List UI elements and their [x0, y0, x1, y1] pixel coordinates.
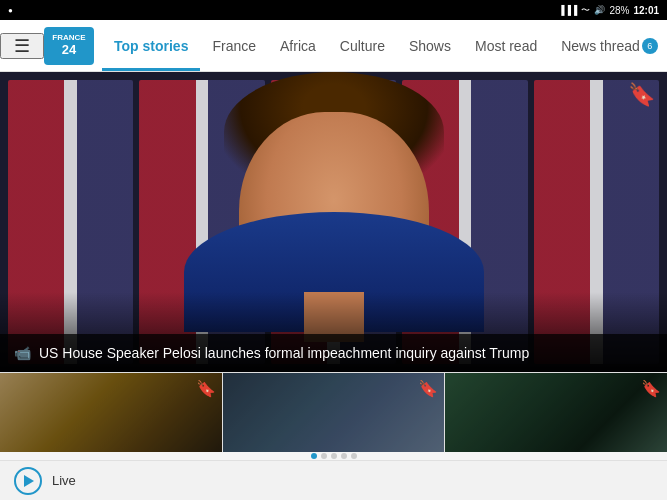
thumbnail-row: 🔖 🔖 🔖 [0, 372, 667, 452]
live-play-button[interactable] [14, 467, 42, 495]
thumbnail-item-3[interactable]: 🔖 [445, 373, 667, 452]
menu-button[interactable]: ☰ [0, 33, 44, 59]
bookmark-icon: 🔖 [628, 82, 655, 107]
dot-4 [341, 453, 347, 459]
thumb-bookmark-icon-3[interactable]: 🔖 [641, 379, 661, 398]
tab-culture[interactable]: Culture [328, 20, 397, 71]
hero-caption: 📹 US House Speaker Pelosi launches forma… [0, 334, 667, 372]
thumb-bookmark-icon-1[interactable]: 🔖 [196, 379, 216, 398]
wifi-icon: 〜 [581, 4, 590, 17]
thumb-overlay-1 [0, 373, 222, 452]
time-display: 12:01 [633, 5, 659, 16]
live-label: Live [52, 473, 76, 488]
tab-top-stories[interactable]: Top stories [102, 20, 200, 71]
battery-percentage: 28% [609, 5, 629, 16]
thumb-bookmark-icon-2[interactable]: 🔖 [418, 379, 438, 398]
hero-headline: US House Speaker Pelosi launches formal … [39, 344, 529, 362]
tab-africa[interactable]: Africa [268, 20, 328, 71]
status-bar-right: ▐▐▐ 〜 🔊 28% 12:01 [558, 4, 659, 17]
dot-2 [321, 453, 327, 459]
dot-3 [331, 453, 337, 459]
news-thread-badge: 6 [642, 38, 658, 54]
tab-most-read[interactable]: Most read [463, 20, 549, 71]
nav-tabs: Top stories France Africa Culture Shows … [102, 20, 667, 71]
logo-text: FRANCE 24 [52, 34, 85, 57]
hero-bookmark-button[interactable]: 🔖 [628, 84, 655, 106]
signal-icon: ▐▐▐ [558, 5, 577, 15]
video-camera-icon: 📹 [14, 345, 31, 361]
dot-5 [351, 453, 357, 459]
hamburger-icon: ☰ [14, 35, 30, 57]
thumbnail-item-1[interactable]: 🔖 [0, 373, 223, 452]
carousel-dot-indicator [0, 452, 667, 460]
tab-news-thread[interactable]: News thread 6 [549, 20, 667, 71]
status-bar: ● ▐▐▐ 〜 🔊 28% 12:01 [0, 0, 667, 20]
dot-1 [311, 453, 317, 459]
bottom-bar: Live [0, 460, 667, 500]
status-dot-icon: ● [8, 6, 13, 15]
play-triangle-icon [24, 475, 34, 487]
hero-section: 🔖 📹 US House Speaker Pelosi launches for… [0, 72, 667, 372]
app-logo[interactable]: FRANCE 24 [44, 27, 94, 65]
hero-background [0, 72, 667, 372]
tab-shows[interactable]: Shows [397, 20, 463, 71]
status-bar-left: ● [8, 6, 13, 15]
tab-france[interactable]: France [200, 20, 268, 71]
thumbnail-item-2[interactable]: 🔖 [223, 373, 446, 452]
app-header: ☰ FRANCE 24 Top stories France Africa Cu… [0, 20, 667, 72]
sound-icon: 🔊 [594, 5, 605, 15]
thumb-overlay-2 [223, 373, 445, 452]
thumb-overlay-3 [445, 373, 667, 452]
